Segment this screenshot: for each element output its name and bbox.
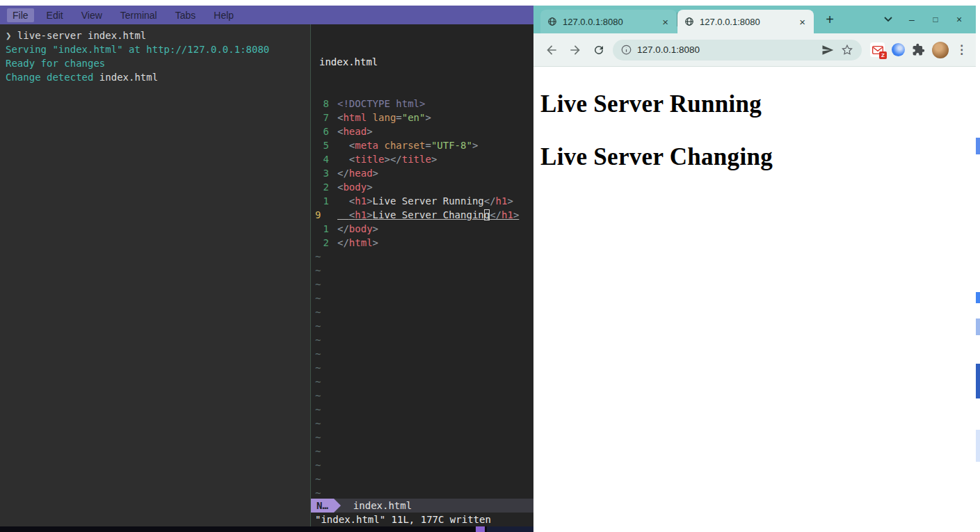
code-token: > — [367, 195, 372, 207]
code-token: charset — [384, 140, 425, 151]
code-token: > — [425, 112, 431, 123]
back-button[interactable] — [542, 40, 561, 60]
code-token: > — [507, 195, 513, 207]
address-bar[interactable]: 127.0.0.1:8080 — [613, 40, 862, 61]
empty-line-tilde: ~ — [311, 444, 533, 458]
code-token: > — [373, 223, 378, 234]
code-line[interactable]: 5 <meta charset="UTF-8"> — [311, 138, 533, 152]
mail-badge: Z — [879, 51, 887, 59]
browser-tab[interactable]: 127.0.0.1:8080× — [677, 10, 814, 33]
vim-editor-pane[interactable]: index.html 8<!DOCTYPE html>7<html lang="… — [310, 24, 533, 526]
maximize-button[interactable]: □ — [929, 13, 942, 26]
terminal-window: FileEditViewTerminalTabsHelp ❯ live-serv… — [0, 6, 533, 526]
code-token: > — [367, 182, 372, 193]
taskbar-fragment — [487, 526, 533, 532]
terminal-text: index.html — [99, 72, 158, 83]
terminal-text: Serving "index.html" at http://127.0.0.1… — [6, 44, 269, 55]
code-line[interactable]: 7<html lang="en"> — [311, 111, 533, 124]
browser-toolbar: 127.0.0.1:8080 Z ⋮ — [533, 33, 976, 67]
code-token: </ — [337, 223, 349, 234]
code-line[interactable]: 8<!DOCTYPE html> — [311, 97, 533, 111]
code-token: </ — [390, 154, 402, 165]
extensions-puzzle-icon[interactable] — [912, 43, 925, 56]
page-heading: Live Server Running — [540, 90, 970, 118]
code-token: h1 — [501, 209, 513, 220]
bookmark-star-icon[interactable] — [841, 44, 853, 56]
editor-filename: index.html — [311, 55, 533, 69]
code-token: body — [349, 223, 373, 234]
browser-menu-icon[interactable]: ⋮ — [956, 42, 967, 57]
background-window-edge — [976, 6, 980, 532]
line-number: 4 — [311, 152, 337, 166]
code-token: > — [513, 209, 519, 220]
code-text: <h1>Live Server Running</h1> — [337, 194, 513, 208]
code-text: <body> — [337, 180, 373, 194]
code-token — [337, 154, 349, 165]
code-line[interactable]: 9 <h1>Live Server Changing</h1> — [311, 208, 533, 222]
window-fragment — [976, 138, 980, 154]
code-token — [367, 112, 372, 123]
code-token: head — [343, 126, 367, 137]
menu-item-tabs[interactable]: Tabs — [170, 8, 202, 22]
code-token: </ — [337, 168, 349, 179]
empty-line-tilde: ~ — [311, 319, 533, 333]
minimize-button[interactable]: – — [905, 13, 919, 26]
editor-lines: index.html 8<!DOCTYPE html>7<html lang="… — [311, 24, 533, 499]
mail-extension-icon[interactable]: Z — [870, 42, 885, 57]
window-controls: – □ × — [881, 6, 976, 33]
tab-search-chevron-icon[interactable] — [881, 13, 895, 26]
reload-button[interactable] — [589, 40, 609, 60]
code-token: > — [472, 140, 478, 151]
code-token — [337, 140, 349, 151]
powerline-arrow-icon — [334, 499, 341, 513]
empty-line-tilde: ~ — [311, 430, 533, 444]
terminal-text: ❯ — [6, 30, 17, 41]
page-content: Live Server RunningLive Server Changing — [533, 67, 976, 532]
profile-avatar[interactable] — [932, 42, 949, 58]
new-tab-button[interactable]: + — [821, 10, 839, 29]
tab-close-icon[interactable]: × — [798, 15, 807, 29]
menu-item-view[interactable]: View — [76, 8, 108, 22]
empty-line-tilde: ~ — [311, 361, 533, 375]
code-token: head — [349, 168, 373, 179]
terminal-text: live-server index.html — [17, 30, 146, 41]
browser-window: 127.0.0.1:8080×127.0.0.1:8080× + – □ × 1… — [533, 6, 976, 532]
code-text: <h1>Live Server Changing</h1> — [337, 208, 519, 222]
line-number: 6 — [311, 124, 337, 138]
window-fragment — [976, 292, 980, 303]
close-window-button[interactable]: × — [952, 13, 966, 26]
code-token: </ — [490, 209, 501, 220]
terminal-output[interactable]: ❯ live-server index.htmlServing "index.h… — [0, 24, 310, 526]
url-text[interactable]: 127.0.0.1:8080 — [637, 45, 816, 55]
code-line[interactable]: 1</body> — [311, 222, 533, 236]
code-token: html — [343, 112, 367, 123]
menu-item-file[interactable]: File — [7, 8, 34, 22]
code-text: <meta charset="UTF-8"> — [337, 138, 478, 152]
blue-extension-icon[interactable] — [892, 43, 905, 56]
empty-line-tilde: ~ — [311, 458, 533, 472]
browser-tab[interactable]: 127.0.0.1:8080× — [540, 10, 677, 33]
menu-item-help[interactable]: Help — [208, 8, 239, 22]
code-line[interactable]: 6<head> — [311, 124, 533, 138]
site-info-icon[interactable] — [621, 45, 632, 55]
vim-cursor[interactable]: g — [484, 209, 490, 220]
code-line[interactable]: 2<body> — [311, 180, 533, 194]
code-line[interactable]: 1 <h1>Live Server Running</h1> — [311, 194, 533, 208]
menu-item-edit[interactable]: Edit — [41, 8, 69, 22]
terminal-text: Ready for changes — [6, 58, 105, 69]
code-line[interactable]: 4 <title></title> — [311, 152, 533, 166]
forward-button[interactable] — [565, 40, 585, 60]
code-token: h1 — [496, 195, 508, 207]
tab-close-icon[interactable]: × — [661, 15, 670, 29]
menu-item-terminal[interactable]: Terminal — [115, 8, 163, 22]
empty-line-tilde: ~ — [311, 486, 533, 499]
code-token: lang — [373, 112, 396, 123]
code-line[interactable]: 2</html> — [311, 236, 533, 250]
code-line[interactable]: 3</head> — [311, 166, 533, 180]
code-token: h1 — [355, 209, 367, 220]
code-token: > — [367, 209, 372, 220]
vim-message-line: "index.html" 11L, 177C written — [311, 513, 533, 526]
empty-line-tilde: ~ — [311, 264, 533, 277]
send-to-device-icon[interactable] — [821, 44, 834, 56]
globe-favicon-icon — [684, 17, 694, 26]
